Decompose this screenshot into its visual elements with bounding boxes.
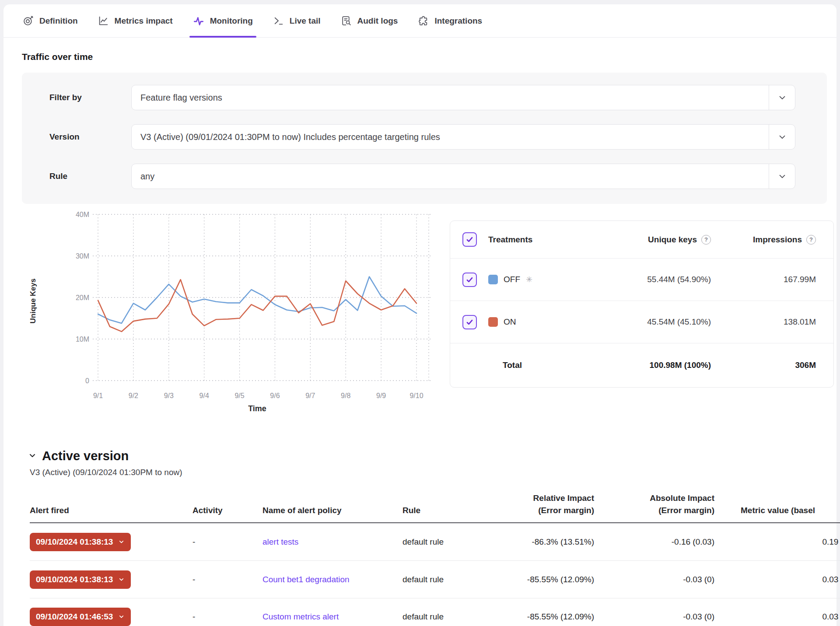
tab-bar: Definition Metrics impact Monitoring bbox=[4, 4, 836, 38]
svg-text:Time: Time bbox=[248, 404, 266, 413]
svg-text:9/10: 9/10 bbox=[410, 392, 423, 399]
rule-cell: default rule bbox=[402, 612, 490, 622]
treatment-row-off: OFF ✳ 55.44M (54.90%) 167.99M bbox=[450, 259, 833, 301]
treatment-row-on: ON 45.54M (45.10%) 138.01M bbox=[450, 301, 833, 343]
svg-text:9/2: 9/2 bbox=[129, 392, 138, 399]
traffic-section: Unique Keys 010M20M30M40M9/19/29/39/49/5… bbox=[4, 210, 836, 434]
tab-label: Metrics impact bbox=[115, 16, 173, 26]
alert-row: 09/10/2024 01:38:13 - alert tests defaul… bbox=[30, 523, 840, 561]
col-absolute-impact: Absolute Impact (Error margin) bbox=[594, 492, 714, 516]
tab-integrations[interactable]: Integrations bbox=[418, 4, 482, 37]
svg-text:9/1: 9/1 bbox=[93, 392, 103, 399]
col-rule: Rule bbox=[402, 504, 490, 517]
chevron-down-icon[interactable] bbox=[769, 164, 795, 189]
svg-text:10M: 10M bbox=[76, 336, 89, 343]
puzzle-icon bbox=[418, 15, 429, 26]
total-impressions: 306M bbox=[795, 360, 816, 370]
chevron-down-icon[interactable] bbox=[769, 125, 795, 149]
treatments-header-row: Treatments Unique keys ? Impressions ? bbox=[450, 221, 833, 259]
document-search-icon bbox=[341, 15, 352, 26]
activity-cell: - bbox=[192, 612, 262, 622]
treatment-on-checkbox[interactable] bbox=[462, 315, 477, 329]
col-metric-value: Metric value (basel bbox=[714, 504, 840, 517]
terminal-icon bbox=[273, 15, 284, 26]
monitoring-page: Definition Metrics impact Monitoring bbox=[4, 4, 836, 626]
rule-select[interactable]: any bbox=[131, 164, 795, 189]
alert-fired-badge[interactable]: 09/10/2024 01:46:53 bbox=[30, 608, 131, 626]
traffic-chart: 010M20M30M40M9/19/29/39/49/59/69/79/89/9… bbox=[67, 210, 444, 416]
rule-cell: default rule bbox=[402, 575, 490, 584]
help-icon[interactable]: ? bbox=[701, 235, 711, 245]
alert-policy-link[interactable]: alert tests bbox=[262, 537, 298, 546]
help-icon[interactable]: ? bbox=[806, 235, 816, 245]
alert-fired-badge[interactable]: 09/10/2024 01:38:13 bbox=[30, 533, 131, 551]
svg-text:9/5: 9/5 bbox=[234, 392, 244, 399]
col-policy: Name of alert policy bbox=[262, 504, 402, 517]
line-chart-icon bbox=[98, 15, 109, 26]
treatment-name: OFF bbox=[504, 275, 520, 284]
treatments-header-label: Treatments bbox=[488, 235, 567, 245]
alert-row: 09/10/2024 01:38:13 - Count bet1 degrada… bbox=[30, 561, 840, 598]
tab-live-tail[interactable]: Live tail bbox=[273, 4, 321, 37]
rule-label: Rule bbox=[49, 171, 131, 181]
svg-text:9/6: 9/6 bbox=[270, 392, 280, 399]
y-axis-label: Unique Keys bbox=[29, 257, 38, 345]
active-version-subtitle: V3 (Active) (09/10/2024 01:30PM to now) bbox=[30, 468, 836, 477]
impressions-header: Impressions ? bbox=[711, 235, 816, 245]
col-alert-fired: Alert fired bbox=[30, 504, 192, 517]
col-relative-impact: Relative Impact (Error margin) bbox=[490, 492, 594, 516]
filter-by-select[interactable]: Feature flag versions bbox=[131, 85, 795, 110]
active-version-header[interactable]: Active version bbox=[28, 449, 836, 463]
treatment-name: ON bbox=[504, 317, 516, 327]
chevron-down-icon[interactable] bbox=[769, 85, 795, 110]
treatment-off-checkbox[interactable] bbox=[462, 273, 477, 287]
on-impressions: 138.01M bbox=[784, 317, 816, 327]
version-select[interactable]: V3 (Active) (09/01/2024 01:30PM to now) … bbox=[131, 124, 795, 150]
chevron-down-icon bbox=[118, 539, 125, 545]
active-version-title: Active version bbox=[42, 449, 129, 463]
chevron-down-icon bbox=[118, 613, 125, 620]
metric-value-cell: 0.03 ( bbox=[714, 612, 840, 622]
svg-text:9/4: 9/4 bbox=[200, 392, 209, 399]
relative-impact-cell: -85.55% (12.09%) bbox=[490, 575, 594, 584]
treatments-select-all-checkbox[interactable] bbox=[462, 232, 477, 247]
alert-policy-link[interactable]: Count bet1 degradation bbox=[262, 575, 350, 584]
tab-monitoring[interactable]: Monitoring bbox=[193, 4, 253, 37]
tab-metrics-impact[interactable]: Metrics impact bbox=[98, 4, 173, 37]
off-impressions: 167.99M bbox=[784, 275, 816, 284]
alert-policy-link[interactable]: Custom metrics alert bbox=[262, 612, 339, 621]
version-label: Version bbox=[49, 132, 131, 142]
activity-cell: - bbox=[192, 575, 262, 584]
absolute-impact-cell: -0.16 (0.03) bbox=[594, 537, 714, 547]
relative-impact-cell: -86.3% (13.51%) bbox=[490, 537, 594, 547]
total-label: Total bbox=[503, 360, 567, 370]
svg-text:9/7: 9/7 bbox=[305, 392, 315, 399]
svg-text:30M: 30M bbox=[76, 252, 89, 260]
tab-label: Integrations bbox=[434, 16, 482, 26]
tab-audit-logs[interactable]: Audit logs bbox=[341, 4, 398, 37]
filter-panel: Filter by Feature flag versions Version … bbox=[22, 73, 827, 204]
filter-row-filter-by: Filter by Feature flag versions bbox=[49, 85, 795, 110]
alerts-table-header: Alert fired Activity Name of alert polic… bbox=[30, 492, 840, 523]
alert-fired-badge[interactable]: 09/10/2024 01:38:13 bbox=[30, 570, 131, 589]
metric-value-cell: 0.19 ( bbox=[714, 537, 840, 547]
off-series-swatch bbox=[488, 275, 498, 284]
tab-label: Monitoring bbox=[210, 16, 253, 26]
off-unique-keys: 55.44M (54.90%) bbox=[647, 275, 711, 284]
total-unique-keys: 100.98M (100%) bbox=[650, 360, 711, 370]
treatments-total-row: Total 100.98M (100%) 306M bbox=[450, 343, 833, 387]
treatments-panel: Treatments Unique keys ? Impressions ? O… bbox=[450, 220, 834, 388]
svg-text:40M: 40M bbox=[76, 211, 89, 218]
rule-cell: default rule bbox=[402, 537, 490, 547]
svg-text:20M: 20M bbox=[76, 294, 89, 301]
tab-definition[interactable]: Definition bbox=[23, 4, 78, 37]
target-icon bbox=[23, 15, 34, 26]
frozen-icon: ✳ bbox=[526, 275, 532, 284]
tab-label: Definition bbox=[39, 16, 78, 26]
absolute-impact-cell: -0.03 (0) bbox=[594, 612, 714, 622]
filter-by-value: Feature flag versions bbox=[140, 93, 222, 103]
chevron-down-icon[interactable] bbox=[28, 451, 37, 462]
relative-impact-cell: -85.55% (12.09%) bbox=[490, 612, 594, 622]
alert-row: 09/10/2024 01:46:53 - Custom metrics ale… bbox=[30, 598, 840, 626]
filter-by-label: Filter by bbox=[49, 93, 131, 102]
